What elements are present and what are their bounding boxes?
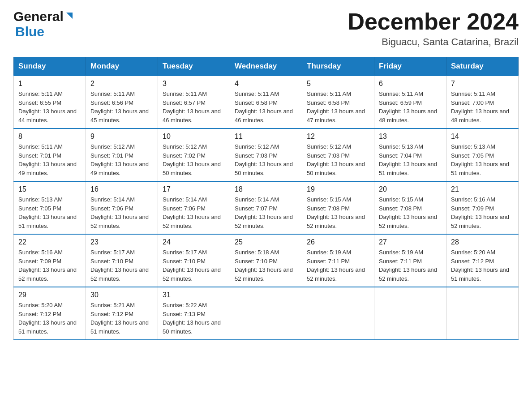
day-number: 7 [451,80,514,88]
day-number: 11 [235,133,297,141]
header-monday: Monday [86,57,158,76]
day-info: Sunrise: 5:11 AM Sunset: 6:56 PM Dayligh… [90,90,153,124]
day-number: 6 [379,80,442,88]
calendar-header-row: Sunday Monday Tuesday Wednesday Thursday… [14,57,519,76]
day-info: Sunrise: 5:12 AM Sunset: 7:03 PM Dayligh… [235,142,297,177]
sunset-label: Sunset: 7:02 PM [163,152,206,159]
calendar-cell: 25 Sunrise: 5:18 AM Sunset: 7:10 PM Dayl… [230,234,302,287]
calendar-cell: 14 Sunrise: 5:13 AM Sunset: 7:05 PM Dayl… [446,128,519,181]
day-info: Sunrise: 5:15 AM Sunset: 7:08 PM Dayligh… [307,195,369,230]
day-info: Sunrise: 5:19 AM Sunset: 7:11 PM Dayligh… [307,248,369,283]
day-info: Sunrise: 5:19 AM Sunset: 7:11 PM Dayligh… [379,248,442,283]
day-info: Sunrise: 5:21 AM Sunset: 7:12 PM Dayligh… [90,301,153,336]
day-number: 9 [90,133,153,141]
sunrise-label: Sunrise: 5:12 AM [307,143,351,150]
daylight-label: Daylight: 13 hours and 52 minutes. [307,266,365,282]
day-number: 21 [451,185,514,193]
daylight-label: Daylight: 13 hours and 51 minutes. [451,266,509,282]
day-info: Sunrise: 5:18 AM Sunset: 7:10 PM Dayligh… [235,248,297,283]
daylight-label: Daylight: 13 hours and 52 minutes. [379,214,437,229]
day-number: 31 [163,291,225,299]
day-info: Sunrise: 5:13 AM Sunset: 7:05 PM Dayligh… [451,142,514,177]
sunrise-label: Sunrise: 5:22 AM [163,302,207,308]
sunset-label: Sunset: 7:12 PM [90,311,133,317]
sunset-label: Sunset: 6:59 PM [379,99,422,106]
daylight-label: Daylight: 13 hours and 50 minutes. [307,161,365,176]
daylight-label: Daylight: 13 hours and 52 minutes. [307,214,365,229]
daylight-label: Daylight: 13 hours and 52 minutes. [451,214,509,229]
day-number: 26 [307,238,369,246]
daylight-label: Daylight: 13 hours and 49 minutes. [18,161,77,176]
calendar-cell: 21 Sunrise: 5:16 AM Sunset: 7:09 PM Dayl… [446,181,519,234]
daylight-label: Daylight: 13 hours and 51 minutes. [18,319,77,335]
calendar-cell: 27 Sunrise: 5:19 AM Sunset: 7:11 PM Dayl… [374,234,446,287]
calendar-cell: 7 Sunrise: 5:11 AM Sunset: 7:00 PM Dayli… [446,76,519,128]
page-header: General Blue December 2024 Biguacu, Sant… [13,9,519,48]
calendar-cell: 5 Sunrise: 5:11 AM Sunset: 6:58 PM Dayli… [302,76,374,128]
calendar-cell [302,287,374,340]
day-info: Sunrise: 5:12 AM Sunset: 7:03 PM Dayligh… [307,142,369,177]
sunset-label: Sunset: 7:01 PM [90,152,133,159]
sunrise-label: Sunrise: 5:19 AM [379,249,423,256]
daylight-label: Daylight: 13 hours and 44 minutes. [18,108,77,124]
day-info: Sunrise: 5:13 AM Sunset: 7:04 PM Dayligh… [379,142,442,177]
sunset-label: Sunset: 7:10 PM [163,258,206,265]
daylight-label: Daylight: 13 hours and 51 minutes. [90,319,149,335]
header-saturday: Saturday [446,57,519,76]
day-info: Sunrise: 5:11 AM Sunset: 6:57 PM Dayligh… [163,90,225,124]
calendar-cell: 22 Sunrise: 5:16 AM Sunset: 7:09 PM Dayl… [14,234,86,287]
daylight-label: Daylight: 13 hours and 46 minutes. [163,108,221,124]
day-number: 15 [18,185,81,193]
sunset-label: Sunset: 7:13 PM [163,311,206,317]
day-info: Sunrise: 5:17 AM Sunset: 7:10 PM Dayligh… [163,248,225,283]
day-number: 30 [90,291,153,299]
daylight-label: Daylight: 13 hours and 52 minutes. [163,214,221,229]
calendar-week-4: 22 Sunrise: 5:16 AM Sunset: 7:09 PM Dayl… [14,234,519,287]
day-number: 16 [90,185,153,193]
daylight-label: Daylight: 13 hours and 48 minutes. [451,108,509,124]
calendar-cell: 1 Sunrise: 5:11 AM Sunset: 6:55 PM Dayli… [14,76,86,128]
header-thursday: Thursday [302,57,374,76]
calendar-cell: 15 Sunrise: 5:13 AM Sunset: 7:05 PM Dayl… [14,181,86,234]
sunset-label: Sunset: 6:55 PM [18,99,61,106]
calendar-cell: 30 Sunrise: 5:21 AM Sunset: 7:12 PM Dayl… [86,287,158,340]
sunset-label: Sunset: 7:01 PM [18,152,61,159]
daylight-label: Daylight: 13 hours and 50 minutes. [163,161,221,176]
sunset-label: Sunset: 7:10 PM [235,258,278,265]
daylight-label: Daylight: 13 hours and 52 minutes. [18,266,77,282]
sunset-label: Sunset: 7:00 PM [451,99,494,106]
calendar-cell: 13 Sunrise: 5:13 AM Sunset: 7:04 PM Dayl… [374,128,446,181]
header-sunday: Sunday [14,57,86,76]
sunrise-label: Sunrise: 5:11 AM [235,90,279,97]
calendar-cell [446,287,519,340]
sunrise-label: Sunrise: 5:11 AM [379,90,423,97]
sunrise-label: Sunrise: 5:17 AM [163,249,207,256]
location-text: Biguacu, Santa Catarina, Brazil [348,36,519,48]
day-info: Sunrise: 5:16 AM Sunset: 7:09 PM Dayligh… [451,195,514,230]
day-number: 19 [307,185,369,193]
daylight-label: Daylight: 13 hours and 50 minutes. [235,161,293,176]
sunrise-label: Sunrise: 5:15 AM [379,196,423,203]
calendar-cell: 11 Sunrise: 5:12 AM Sunset: 7:03 PM Dayl… [230,128,302,181]
logo-general-text: General [13,9,64,24]
calendar-cell: 3 Sunrise: 5:11 AM Sunset: 6:57 PM Dayli… [158,76,230,128]
daylight-label: Daylight: 13 hours and 52 minutes. [163,266,221,282]
day-info: Sunrise: 5:14 AM Sunset: 7:06 PM Dayligh… [90,195,153,230]
calendar-cell: 18 Sunrise: 5:14 AM Sunset: 7:07 PM Dayl… [230,181,302,234]
day-number: 1 [18,80,81,88]
day-number: 25 [235,238,297,246]
day-number: 18 [235,185,297,193]
daylight-label: Daylight: 13 hours and 49 minutes. [90,161,149,176]
day-number: 28 [451,238,514,246]
sunset-label: Sunset: 7:11 PM [379,258,422,265]
svg-marker-0 [66,13,73,19]
sunset-label: Sunset: 7:08 PM [307,205,350,212]
calendar-cell: 31 Sunrise: 5:22 AM Sunset: 7:13 PM Dayl… [158,287,230,340]
sunrise-label: Sunrise: 5:11 AM [18,90,63,97]
sunset-label: Sunset: 7:06 PM [163,205,206,212]
day-number: 22 [18,238,81,246]
sunrise-label: Sunrise: 5:21 AM [90,302,135,308]
day-number: 29 [18,291,81,299]
sunset-label: Sunset: 7:10 PM [90,258,133,265]
sunrise-label: Sunrise: 5:16 AM [18,249,63,256]
